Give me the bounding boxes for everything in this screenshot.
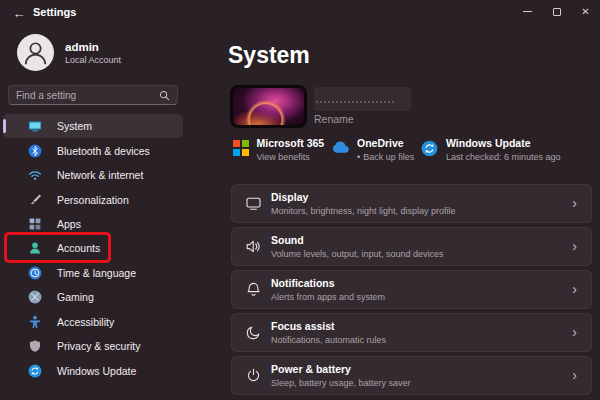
attention-dot: • <box>357 152 360 162</box>
sidebar-item-apps[interactable]: Apps <box>3 212 183 236</box>
row-title: Focus assist <box>271 320 386 332</box>
system-icon <box>28 119 42 133</box>
sidebar-item-label: Bluetooth & devices <box>57 145 150 157</box>
sidebar-item-bluetooth-devices[interactable]: Bluetooth & devices <box>3 139 183 163</box>
accessibility-person-icon <box>28 315 42 329</box>
row-focus-assist[interactable]: Focus assist Notifications, automatic ru… <box>231 313 592 352</box>
sidebar-item-accessibility[interactable]: Accessibility <box>3 310 183 334</box>
selection-indicator <box>3 119 6 133</box>
close-icon: ✕ <box>581 6 589 17</box>
card-title: Microsoft 365 <box>257 137 325 149</box>
row-subtitle: Monitors, brightness, night light, displ… <box>271 206 456 216</box>
rename-link[interactable]: Rename <box>314 113 354 125</box>
sidebar-item-label: Accessibility <box>57 316 114 328</box>
notifications-bell-icon <box>245 281 262 298</box>
avatar <box>17 34 54 71</box>
chevron-right-icon: › <box>572 237 577 253</box>
device-preview-image <box>230 85 307 128</box>
redacted-device-name-dots <box>316 101 394 103</box>
sidebar-item-label: Privacy & security <box>57 340 140 352</box>
microsoft-logo-icon <box>233 140 249 156</box>
row-notifications[interactable]: Notifications Alerts from apps and syste… <box>231 270 592 309</box>
card-onedrive[interactable]: OneDrive •Back up files <box>329 137 414 162</box>
xbox-icon <box>28 290 42 304</box>
sidebar-item-personalization[interactable]: Personalization <box>3 188 183 212</box>
titlebar: ← Settings ✕ <box>0 0 600 26</box>
wifi-icon <box>28 168 42 182</box>
time-language-icon <box>28 266 42 280</box>
redacted-device-name <box>314 87 411 111</box>
sidebar-item-privacy-security[interactable]: Privacy & security <box>3 334 183 358</box>
sidebar-item-label: Personalization <box>57 194 129 206</box>
user-name: admin <box>65 41 121 53</box>
focus-assist-moon-icon <box>245 324 262 341</box>
row-display[interactable]: Display Monitors, brightness, night ligh… <box>231 184 592 223</box>
user-profile: admin Local Account <box>17 34 121 71</box>
row-power-battery[interactable]: Power & battery Sleep, battery usage, ba… <box>231 356 592 395</box>
sound-icon <box>245 238 262 255</box>
windows-update-icon <box>28 364 42 378</box>
card-microsoft-365[interactable]: Microsoft 365 View benefits <box>233 137 324 162</box>
chevron-right-icon: › <box>572 280 577 296</box>
minimize-button[interactable] <box>513 0 542 23</box>
sidebar-item-gaming[interactable]: Gaming <box>3 285 183 309</box>
shield-icon <box>28 339 42 353</box>
back-button[interactable]: ← <box>8 2 30 24</box>
sidebar-item-label: Accounts <box>57 242 100 254</box>
row-title: Sound <box>271 234 444 246</box>
sidebar-item-system[interactable]: System <box>3 114 183 138</box>
windows-update-badge-icon <box>421 140 438 157</box>
card-subtitle: View benefits <box>257 152 325 162</box>
row-subtitle: Notifications, automatic rules <box>271 335 386 345</box>
row-subtitle: Sleep, battery usage, battery saver <box>271 378 411 388</box>
sidebar-item-label: Time & language <box>57 267 136 279</box>
card-windows-update[interactable]: Windows Update Last checked: 6 minutes a… <box>421 137 561 162</box>
bluetooth-icon <box>28 144 42 158</box>
search-box[interactable] <box>8 85 178 105</box>
page-title: System <box>228 42 310 69</box>
minimize-icon <box>523 11 532 12</box>
sidebar-item-accounts[interactable]: Accounts <box>3 236 183 260</box>
sidebar-item-label: Windows Update <box>57 365 136 377</box>
row-subtitle: Alerts from apps and system <box>271 292 385 302</box>
sidebar-item-label: System <box>57 120 92 132</box>
apps-grid-icon <box>28 217 42 231</box>
maximize-button[interactable] <box>542 0 571 23</box>
display-icon <box>245 195 262 212</box>
row-title: Notifications <box>271 277 385 289</box>
search-icon <box>159 90 170 101</box>
maximize-icon <box>553 8 561 16</box>
chevron-right-icon: › <box>572 194 577 210</box>
card-title: OneDrive <box>357 137 414 149</box>
close-button[interactable]: ✕ <box>571 0 600 23</box>
paintbrush-icon <box>28 193 42 207</box>
sidebar-item-label: Gaming <box>57 291 94 303</box>
power-icon <box>245 367 262 384</box>
app-title: Settings <box>33 6 76 18</box>
accounts-person-icon <box>28 241 42 255</box>
back-icon: ← <box>13 6 26 21</box>
card-subtitle: •Back up files <box>357 152 414 162</box>
sidebar-item-label: Network & internet <box>57 169 143 181</box>
chevron-right-icon: › <box>572 323 577 339</box>
row-title: Display <box>271 191 456 203</box>
sidebar-item-windows-update[interactable]: Windows Update <box>3 359 183 383</box>
card-subtitle: Last checked: 6 minutes ago <box>446 152 561 162</box>
search-input[interactable] <box>16 90 159 101</box>
chevron-right-icon: › <box>572 366 577 382</box>
settings-window: ← Settings ✕ admin Local Account <box>0 0 600 400</box>
sidebar-item-label: Apps <box>57 218 81 230</box>
row-sound[interactable]: Sound Volume levels, output, input, soun… <box>231 227 592 266</box>
row-title: Power & battery <box>271 363 411 375</box>
sidebar-item-time-language[interactable]: Time & language <box>3 261 183 285</box>
onedrive-cloud-icon <box>329 140 349 153</box>
row-subtitle: Volume levels, output, input, sound devi… <box>271 249 444 259</box>
card-title: Windows Update <box>446 137 561 149</box>
user-account-type: Local Account <box>65 55 121 65</box>
sidebar-item-network-internet[interactable]: Network & internet <box>3 163 183 187</box>
